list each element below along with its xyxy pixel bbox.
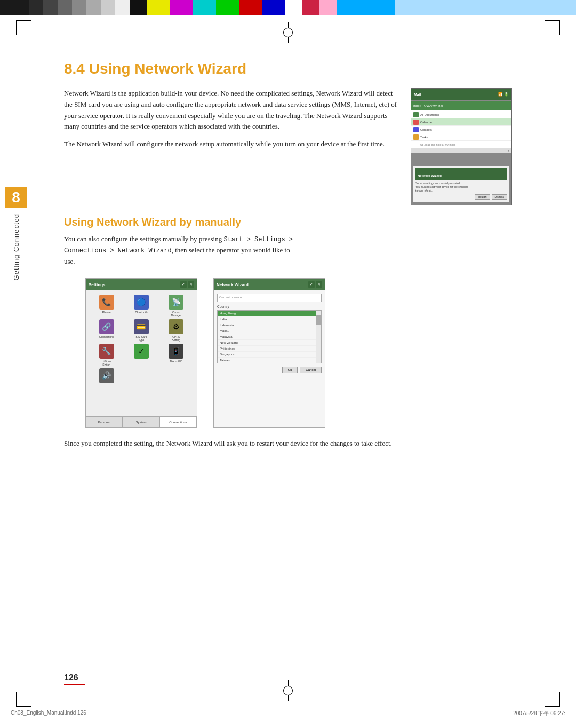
nw-country-list-items: Hong Kong India Indonesia Macau Malaysia… xyxy=(218,311,316,363)
bottom-registration-area xyxy=(0,680,576,701)
manual-body-text: You can also configure the settings manu… xyxy=(64,234,512,267)
bottom-crosshair xyxy=(277,680,299,701)
bottom-info-right: 2007/5/28 下午 06:27: xyxy=(513,710,565,717)
chapter-number-badge: 8 xyxy=(5,187,27,208)
nw-ok-button[interactable]: Ok xyxy=(282,367,298,373)
settings-item-histone: 🔧 HiStoneSwitch xyxy=(90,344,123,366)
dialog-title: Network Wizard xyxy=(418,174,442,177)
nw-x-icon: ✕ xyxy=(316,281,322,288)
device-screenshot-1: Mail 📶 🔋 Inbox - OWA/My Mail All Documen… xyxy=(411,88,512,205)
screenshots-row: Settings ✓ ✕ 📞 Phone 🔵 Bluetooth 📡 xyxy=(85,278,512,428)
settings-item-gprs: ⚙ GPRSSetting xyxy=(160,319,193,342)
dialog-dismiss-button[interactable]: Dismiss xyxy=(492,194,508,200)
intro-text: Network Wizard is the application build-… xyxy=(64,88,400,205)
tab-system[interactable]: System xyxy=(123,417,159,427)
settings-item-phone: 📞 Phone xyxy=(90,295,123,317)
bottom-info-left: Ch08_English_Manual.indd 126 xyxy=(11,710,86,717)
dialog-line3: to take effect... xyxy=(415,189,507,193)
nw-scrollbar[interactable] xyxy=(316,311,321,363)
nw-cancel-button[interactable]: Cancel xyxy=(300,367,322,373)
section-intro: Network Wizard is the application build-… xyxy=(64,88,512,205)
settings-item-sim: 💳 SIM CardType xyxy=(125,319,157,342)
corner-mark-bl xyxy=(16,692,31,707)
nw-action-buttons: Ok Cancel xyxy=(217,367,322,373)
country-macau[interactable]: Macau xyxy=(218,328,316,334)
settings-item-connections: 🔗 Connections xyxy=(90,319,123,342)
nw-country-list: Hong Kong India Indonesia Macau Malaysia… xyxy=(217,310,322,363)
corner-mark-br xyxy=(545,692,560,707)
dialog-line1: Service settings successfully updated. xyxy=(415,181,507,185)
nw-field-label: Country xyxy=(217,305,322,308)
country-taiwan[interactable]: Taiwan xyxy=(218,358,316,363)
tab-connections[interactable]: Connections xyxy=(160,417,197,427)
settings-item-check: ✓ xyxy=(125,344,157,366)
settings-ok-icon: ✓ xyxy=(180,281,187,288)
settings-item-extra: 🔊 xyxy=(90,368,123,384)
network-wizard-screen: Network Wizard ✓ ✕ Current operator Coun… xyxy=(213,278,325,428)
top-crosshair xyxy=(277,22,299,43)
top-registration-area xyxy=(0,15,576,50)
main-content: 8.4 Using Network Wizard Network Wizard … xyxy=(0,50,576,471)
country-indonesia[interactable]: Indonesia xyxy=(218,322,316,328)
settings-item-comm: 📡 CommManager xyxy=(160,295,193,317)
chapter-heading: 8.4 Using Network Wizard xyxy=(64,60,512,77)
settings-tabs: Personal System Connections xyxy=(86,416,197,427)
country-singapore[interactable]: Singapore xyxy=(218,352,316,358)
settings-item-bluetooth: 🔵 Bluetooth xyxy=(125,295,157,317)
tab-personal[interactable]: Personal xyxy=(86,417,123,427)
intro-paragraph-2: The Network Wizard will configure the ne… xyxy=(64,139,400,150)
nw-screen-title: Network Wizard xyxy=(217,282,249,287)
corner-mark-tl xyxy=(16,20,31,35)
nw-body: Current operator Country Hong Kong India… xyxy=(214,290,325,376)
settings-item-bw: 📱 BW to WC xyxy=(160,344,193,366)
corner-mark-tr xyxy=(545,20,560,35)
nw-ok-icon: ✓ xyxy=(308,281,315,288)
nw-scrollbar-thumb xyxy=(316,315,321,325)
settings-screen: Settings ✓ ✕ 📞 Phone 🔵 Bluetooth 📡 xyxy=(85,278,197,428)
dialog-restart-button[interactable]: Restart xyxy=(475,194,490,200)
intro-paragraph-1: Network Wizard is the application build-… xyxy=(64,88,400,132)
nw-titlebar: Network Wizard ✓ ✕ xyxy=(214,279,325,290)
since-text: Since you completed the setting, the Net… xyxy=(64,438,512,449)
bottom-info-bar: Ch08_English_Manual.indd 126 2007/5/28 下… xyxy=(11,710,565,717)
country-new-zealand[interactable]: New Zealand xyxy=(218,340,316,346)
chapter-rotated-label: Getting Connected xyxy=(12,213,20,280)
settings-grid: 📞 Phone 🔵 Bluetooth 📡 CommManager 🔗 Conn… xyxy=(86,290,197,389)
country-malaysia[interactable]: Malaysia xyxy=(218,334,316,340)
sidebar-chapter: 8 Getting Connected xyxy=(0,187,32,294)
settings-screen-title: Settings xyxy=(89,282,106,287)
country-hong-kong[interactable]: Hong Kong xyxy=(218,311,316,316)
dialog-line2: You must restart your device for the cha… xyxy=(415,185,507,189)
country-india[interactable]: India xyxy=(218,316,316,322)
color-bar xyxy=(0,0,576,15)
settings-x-icon: ✕ xyxy=(188,281,194,288)
nw-section-label: Current operator xyxy=(219,296,319,299)
sub-heading: Using Network Wizard by manually xyxy=(64,216,512,228)
country-philippines[interactable]: Philippines xyxy=(218,346,316,352)
